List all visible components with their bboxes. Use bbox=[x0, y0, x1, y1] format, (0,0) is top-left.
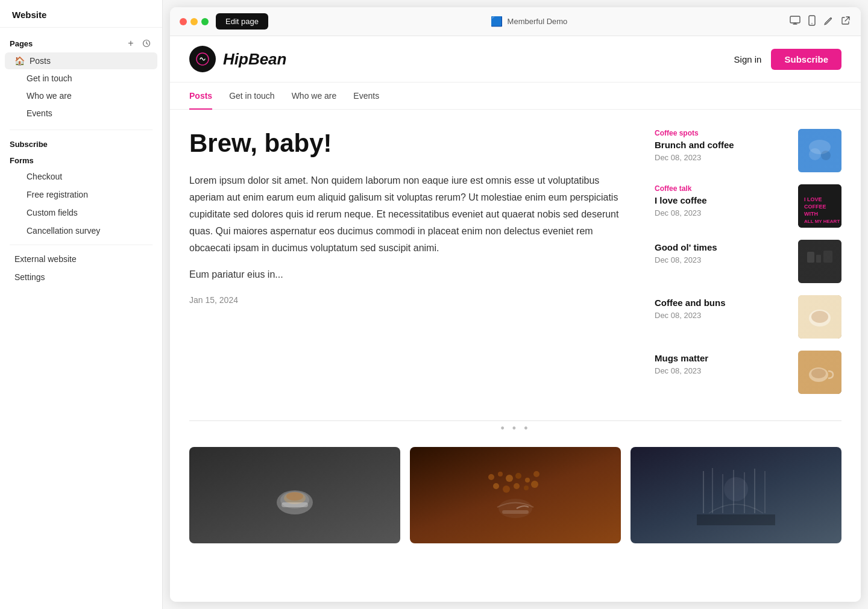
desktop-view-button[interactable] bbox=[790, 15, 800, 28]
svg-point-3 bbox=[811, 23, 813, 24]
site-header-actions: Sign in Subscribe bbox=[734, 49, 841, 70]
browser-url-area: 🟦 Memberful Demo bbox=[275, 16, 782, 27]
mobile-view-button[interactable] bbox=[807, 15, 817, 28]
sidebar-item-free-registration-label: Free registration bbox=[27, 190, 88, 199]
sidebar-item-get-in-touch[interactable]: Get in touch bbox=[5, 70, 157, 87]
sidebar-item-checkout[interactable]: Checkout bbox=[5, 168, 157, 185]
sidebar-item-custom-fields[interactable]: Custom fields bbox=[5, 204, 157, 221]
home-icon: 🏠 bbox=[14, 56, 25, 66]
subscribe-button[interactable]: Subscribe bbox=[771, 49, 841, 70]
svg-point-37 bbox=[514, 483, 520, 489]
svg-text:ALL MY HEART: ALL MY HEART bbox=[804, 219, 840, 224]
post-title-love-coffee: I love coffee bbox=[655, 195, 791, 207]
edit-pencil-button[interactable] bbox=[823, 15, 834, 28]
sidebar-item-posts-label: Posts bbox=[30, 56, 51, 66]
article-area: Brew, baby! Lorem ipsum dolor sit amet. … bbox=[189, 129, 655, 406]
sign-in-button[interactable]: Sign in bbox=[734, 54, 762, 64]
sidebar-item-who-we-are-label: Who we are bbox=[27, 91, 72, 101]
nav-item-get-in-touch[interactable]: Get in touch bbox=[229, 83, 275, 109]
post-card-love-coffee[interactable]: Coffee talk I love coffee Dec 08, 2023 I… bbox=[655, 184, 841, 228]
nav-item-events[interactable]: Events bbox=[353, 83, 379, 109]
post-card-brunch[interactable]: Coffee spots Brunch and coffee Dec 08, 2… bbox=[655, 129, 841, 172]
logo-icon bbox=[189, 46, 216, 72]
logo-text: HipBean bbox=[223, 50, 286, 69]
browser-controls bbox=[790, 15, 851, 28]
site-name-label: Memberful Demo bbox=[508, 17, 568, 26]
svg-rect-43 bbox=[712, 468, 713, 513]
svg-rect-41 bbox=[502, 510, 529, 514]
post-card-coffee-buns-info: Coffee and buns Dec 08, 2023 bbox=[655, 295, 791, 320]
post-card-mugs[interactable]: Mugs matter Dec 08, 2023 bbox=[655, 351, 841, 394]
svg-text:COFFEE: COFFEE bbox=[804, 204, 826, 210]
post-card-love-coffee-info: Coffee talk I love coffee Dec 08, 2023 bbox=[655, 184, 791, 217]
add-page-button[interactable]: + bbox=[125, 37, 137, 49]
svg-point-39 bbox=[531, 481, 538, 488]
article-title: Brew, baby! bbox=[189, 129, 626, 158]
svg-point-35 bbox=[493, 483, 499, 489]
svg-point-23 bbox=[811, 369, 826, 378]
sidebar-title: Website bbox=[0, 0, 162, 28]
sidebar-item-cancellation-survey-label: Cancellation survey bbox=[27, 226, 100, 236]
article-body-end: Eum pariatur eius in... bbox=[189, 266, 626, 283]
svg-point-8 bbox=[821, 151, 831, 160]
nav-item-posts[interactable]: Posts bbox=[189, 83, 212, 109]
post-card-coffee-buns[interactable]: Coffee and buns Dec 08, 2023 bbox=[655, 295, 841, 339]
site-nav: Posts Get in touch Who we are Events bbox=[170, 83, 861, 110]
pages-label: Pages bbox=[10, 39, 33, 48]
svg-point-7 bbox=[809, 148, 821, 160]
svg-point-29 bbox=[488, 474, 494, 480]
post-thumb-love-coffee: I LOVECOFFEEWITHALL MY HEART bbox=[798, 184, 841, 228]
svg-rect-15 bbox=[807, 252, 814, 263]
external-link-button[interactable] bbox=[840, 15, 851, 28]
sidebar-divider-1 bbox=[10, 130, 153, 130]
nav-item-who-we-are[interactable]: Who we are bbox=[292, 83, 337, 109]
posts-sidebar: Coffee spots Brunch and coffee Dec 08, 2… bbox=[655, 129, 841, 406]
svg-rect-50 bbox=[697, 514, 775, 525]
post-date-love-coffee: Dec 08, 2023 bbox=[655, 208, 791, 217]
svg-point-32 bbox=[515, 473, 521, 479]
sidebar-item-events-label: Events bbox=[27, 108, 52, 118]
section-divider: • • • bbox=[170, 420, 861, 437]
subscribe-label: Subscribe bbox=[0, 135, 162, 151]
sidebar-item-posts[interactable]: 🏠 Posts bbox=[5, 52, 157, 69]
article-date: Jan 15, 2024 bbox=[189, 295, 626, 305]
post-date-good-times: Dec 08, 2023 bbox=[655, 255, 791, 264]
svg-rect-28 bbox=[281, 502, 308, 507]
edit-page-button[interactable]: Edit page bbox=[216, 13, 268, 30]
sidebar-item-get-in-touch-label: Get in touch bbox=[27, 73, 72, 83]
forms-label: Forms bbox=[0, 151, 162, 167]
sidebar-item-external-website[interactable]: External website bbox=[5, 251, 157, 267]
svg-point-30 bbox=[498, 472, 503, 476]
sidebar-item-who-we-are[interactable]: Who we are bbox=[5, 87, 157, 104]
browser-dot-red bbox=[180, 18, 187, 25]
sidebar-item-free-registration[interactable]: Free registration bbox=[5, 186, 157, 203]
sidebar-item-cancellation-survey[interactable]: Cancellation survey bbox=[5, 222, 157, 239]
post-title-brunch: Brunch and coffee bbox=[655, 139, 791, 151]
browser-window: Edit page 🟦 Memberful Demo bbox=[170, 7, 861, 602]
post-thumb-mugs bbox=[798, 351, 841, 394]
divider-dots: • • • bbox=[189, 420, 841, 437]
gallery-item-3 bbox=[631, 447, 841, 543]
svg-rect-44 bbox=[722, 474, 723, 513]
post-thumb-coffee-buns bbox=[798, 295, 841, 339]
settings-label: Settings bbox=[14, 272, 45, 282]
website-content: HipBean Sign in Subscribe Posts Get in t… bbox=[170, 36, 861, 602]
post-title-good-times: Good ol' times bbox=[655, 242, 791, 254]
post-card-good-times[interactable]: Good ol' times Dec 08, 2023 bbox=[655, 240, 841, 283]
post-title-coffee-buns: Coffee and buns bbox=[655, 297, 791, 309]
post-card-mugs-info: Mugs matter Dec 08, 2023 bbox=[655, 351, 791, 375]
svg-rect-47 bbox=[754, 469, 755, 513]
post-date-mugs: Dec 08, 2023 bbox=[655, 366, 791, 375]
svg-point-36 bbox=[503, 486, 510, 493]
pages-settings-button[interactable] bbox=[140, 37, 153, 49]
sidebar-item-events[interactable]: Events bbox=[5, 105, 157, 122]
browser-dot-yellow bbox=[190, 18, 198, 25]
post-category-coffee-talk: Coffee talk bbox=[655, 184, 791, 193]
sidebar-item-settings[interactable]: Settings bbox=[5, 269, 157, 286]
svg-point-49 bbox=[724, 477, 748, 501]
post-date-brunch: Dec 08, 2023 bbox=[655, 153, 791, 162]
sidebar-divider-2 bbox=[10, 245, 153, 245]
gallery-item-1 bbox=[189, 447, 400, 543]
browser-toolbar: Edit page 🟦 Memberful Demo bbox=[170, 7, 861, 36]
pages-section-header: Pages + bbox=[0, 35, 162, 52]
